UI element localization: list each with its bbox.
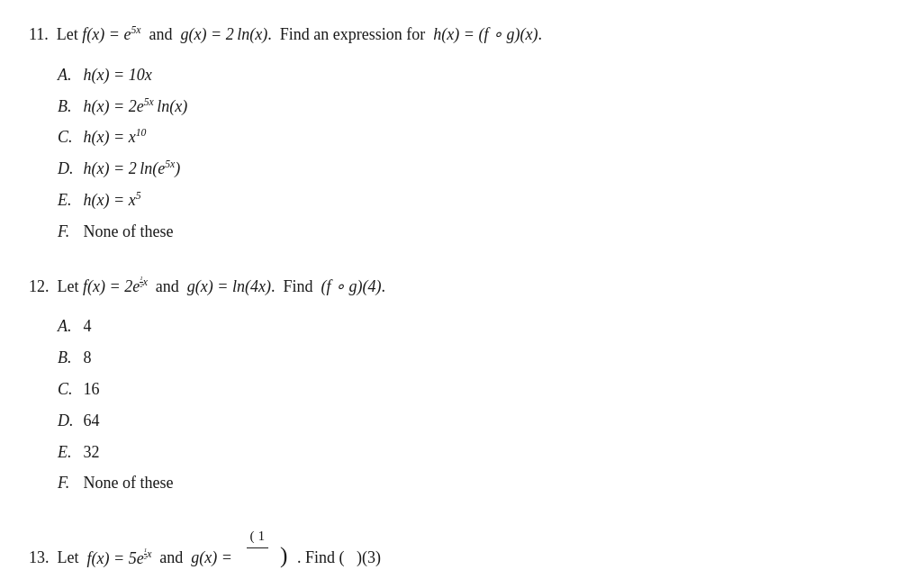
q12-text-f: None of these bbox=[84, 474, 174, 492]
q12-text-b: 8 bbox=[84, 348, 92, 366]
q11-text-f: None of these bbox=[84, 222, 174, 240]
q11-label-c: C. bbox=[58, 124, 79, 150]
q12-f: f(x) = 2e12x bbox=[83, 277, 148, 295]
q11-text-b: h(x) = 2e5x ln(x) bbox=[84, 97, 188, 115]
q11-text-d: h(x) = 2 ln(e5x) bbox=[84, 159, 181, 177]
q11-answer-list: A. h(x) = 10x B. h(x) = 2e5x ln(x) C. h(… bbox=[58, 62, 893, 245]
q12-answer-b: B. 8 bbox=[58, 345, 893, 371]
q11-answer-f: F. None of these bbox=[58, 219, 893, 245]
q11-f: f(x) = e5x bbox=[82, 25, 140, 43]
q12-label-e: E. bbox=[58, 439, 79, 466]
q11-g: g(x) = 2 ln(x) bbox=[181, 25, 268, 43]
q11-label-b: B. bbox=[58, 94, 79, 120]
q11-label-d: D. bbox=[58, 156, 79, 182]
q12-answer-d: D. 64 bbox=[58, 408, 893, 434]
q11-answer-e: E. h(x) = x5 bbox=[58, 187, 893, 213]
q12-text-c: 16 bbox=[84, 380, 100, 398]
q12-text-a: 4 bbox=[84, 317, 92, 335]
q11-h: h(x) = (f ∘ g)(x) bbox=[433, 25, 538, 43]
q11-text-c: h(x) = x10 bbox=[84, 128, 147, 146]
q12-answer-f: F. None of these bbox=[58, 470, 893, 496]
q11-text-a: h(x) = 10x bbox=[84, 66, 152, 84]
q12-text-d: 64 bbox=[84, 412, 100, 430]
question-12-prompt: 12. Let f(x) = 2e12x and g(x) = ln(4x). … bbox=[29, 274, 893, 300]
q12-answer-a: A. 4 bbox=[58, 313, 893, 339]
q13-f-partial: f(x) = 5e12x bbox=[87, 549, 156, 567]
question-11: 11. Let f(x) = e5x and g(x) = 2 ln(x). F… bbox=[29, 22, 893, 245]
q11-text-e: h(x) = x5 bbox=[84, 191, 141, 209]
question-13-prompt-partial: 13. Let f(x) = 5e12x and g(x) = ( 1 ) ) … bbox=[29, 525, 893, 571]
q12-fog: (f ∘ g)(4) bbox=[321, 277, 382, 295]
q13-fraction: ( 1 ) bbox=[247, 525, 269, 571]
q13-g-partial: g(x) = bbox=[191, 549, 232, 567]
q11-answer-a: A. h(x) = 10x bbox=[58, 62, 893, 88]
question-13-partial: 13. Let f(x) = 5e12x and g(x) = ( 1 ) ) … bbox=[29, 525, 893, 571]
question-12: 12. Let f(x) = 2e12x and g(x) = ln(4x). … bbox=[29, 274, 893, 497]
q12-label-d: D. bbox=[58, 408, 79, 434]
q12-text-e: 32 bbox=[84, 443, 100, 461]
q12-g: g(x) = ln(4x) bbox=[187, 277, 271, 295]
q12-label-f: F. bbox=[58, 470, 79, 496]
q11-answer-d: D. h(x) = 2 ln(e5x) bbox=[58, 156, 893, 182]
q12-answer-list: A. 4 B. 8 C. 16 D. 64 E. 32 F. None of t… bbox=[58, 313, 893, 496]
q11-answer-c: C. h(x) = x10 bbox=[58, 124, 893, 150]
q12-label-b: B. bbox=[58, 345, 79, 371]
q11-label-f: F. bbox=[58, 219, 79, 245]
q12-number: 12. bbox=[29, 277, 50, 295]
q12-answer-c: C. 16 bbox=[58, 376, 893, 403]
q12-label-c: C. bbox=[58, 376, 79, 403]
q13-paren: ) bbox=[275, 544, 294, 568]
q12-label-a: A. bbox=[58, 313, 79, 339]
q12-answer-e: E. 32 bbox=[58, 439, 893, 466]
q11-answer-b: B. h(x) = 2e5x ln(x) bbox=[58, 94, 893, 120]
question-11-prompt: 11. Let f(x) = e5x and g(x) = 2 ln(x). F… bbox=[29, 22, 893, 48]
q11-number: 11. bbox=[29, 25, 49, 43]
q11-label-a: A. bbox=[58, 62, 79, 88]
q13-number: 13. bbox=[29, 549, 50, 567]
q11-label-e: E. bbox=[58, 187, 79, 213]
